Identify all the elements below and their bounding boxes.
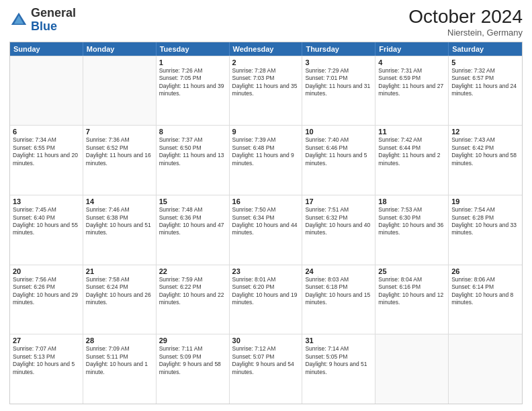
weekday-thursday: Thursday: [302, 42, 375, 56]
cal-cell-r1c6: 12Sunrise: 7:43 AM Sunset: 6:42 PM Dayli…: [449, 126, 522, 195]
day-number: 25: [378, 267, 445, 275]
day-number: 11: [378, 128, 445, 136]
cal-cell-r4c0: 27Sunrise: 7:07 AM Sunset: 5:13 PM Dayli…: [10, 334, 83, 404]
cal-cell-r4c1: 28Sunrise: 7:09 AM Sunset: 5:11 PM Dayli…: [83, 334, 157, 404]
cell-info: Sunrise: 7:42 AM Sunset: 6:44 PM Dayligh…: [378, 136, 445, 167]
cal-cell-r3c2: 22Sunrise: 7:59 AM Sunset: 6:22 PM Dayli…: [157, 265, 230, 334]
cal-cell-r0c6: 5Sunrise: 7:32 AM Sunset: 6:57 PM Daylig…: [449, 56, 522, 126]
day-number: 10: [305, 128, 372, 136]
cal-cell-r0c2: 1Sunrise: 7:26 AM Sunset: 7:05 PM Daylig…: [157, 56, 230, 126]
cal-cell-r2c4: 17Sunrise: 7:51 AM Sunset: 6:32 PM Dayli…: [302, 195, 375, 265]
day-number: 31: [305, 336, 372, 345]
day-number: 21: [86, 267, 153, 275]
calendar: Sunday Monday Tuesday Wednesday Thursday…: [9, 42, 523, 404]
subtitle: Nierstein, Germany: [408, 28, 523, 38]
cal-cell-r4c4: 31Sunrise: 7:14 AM Sunset: 5:05 PM Dayli…: [302, 334, 375, 404]
cal-row-2: 6Sunrise: 7:34 AM Sunset: 6:55 PM Daylig…: [10, 125, 522, 195]
cell-info: Sunrise: 7:40 AM Sunset: 6:46 PM Dayligh…: [305, 136, 372, 167]
day-number: 30: [232, 336, 300, 345]
cell-info: Sunrise: 7:50 AM Sunset: 6:34 PM Dayligh…: [232, 206, 300, 237]
day-number: 17: [305, 197, 372, 205]
day-number: 12: [451, 128, 519, 136]
day-number: 19: [451, 197, 519, 205]
cal-cell-r2c2: 15Sunrise: 7:48 AM Sunset: 6:36 PM Dayli…: [157, 195, 230, 265]
weekday-tuesday: Tuesday: [157, 42, 230, 56]
cell-info: Sunrise: 7:14 AM Sunset: 5:05 PM Dayligh…: [305, 345, 372, 376]
cell-info: Sunrise: 7:59 AM Sunset: 6:22 PM Dayligh…: [159, 276, 226, 307]
cal-cell-r1c0: 6Sunrise: 7:34 AM Sunset: 6:55 PM Daylig…: [10, 126, 83, 195]
cell-info: Sunrise: 7:37 AM Sunset: 6:50 PM Dayligh…: [159, 136, 226, 167]
cal-cell-r0c4: 3Sunrise: 7:29 AM Sunset: 7:01 PM Daylig…: [302, 56, 375, 126]
cal-row-4: 20Sunrise: 7:56 AM Sunset: 6:26 PM Dayli…: [10, 265, 522, 334]
cal-cell-r3c3: 23Sunrise: 8:01 AM Sunset: 6:20 PM Dayli…: [230, 265, 303, 334]
cal-row-5: 27Sunrise: 7:07 AM Sunset: 5:13 PM Dayli…: [10, 334, 522, 404]
day-number: 3: [305, 58, 372, 66]
cell-info: Sunrise: 7:28 AM Sunset: 7:03 PM Dayligh…: [232, 67, 300, 98]
calendar-header: Sunday Monday Tuesday Wednesday Thursday…: [10, 42, 522, 56]
cal-cell-r4c5: [375, 334, 449, 404]
day-number: 16: [232, 197, 300, 205]
day-number: 13: [13, 197, 80, 205]
cal-cell-r0c1: [83, 56, 157, 126]
cal-cell-r3c1: 21Sunrise: 7:58 AM Sunset: 6:24 PM Dayli…: [83, 265, 157, 334]
cal-cell-r0c3: 2Sunrise: 7:28 AM Sunset: 7:03 PM Daylig…: [230, 56, 303, 126]
cell-info: Sunrise: 7:26 AM Sunset: 7:05 PM Dayligh…: [159, 67, 226, 98]
cal-cell-r3c4: 24Sunrise: 8:03 AM Sunset: 6:18 PM Dayli…: [302, 265, 375, 334]
cal-cell-r0c0: [10, 56, 83, 126]
cal-cell-r2c1: 14Sunrise: 7:46 AM Sunset: 6:38 PM Dayli…: [83, 195, 157, 265]
header: General Blue October 2024 Nierstein, Ger…: [9, 7, 523, 38]
day-number: 14: [86, 197, 153, 205]
day-number: 1: [159, 58, 226, 66]
cell-info: Sunrise: 7:39 AM Sunset: 6:48 PM Dayligh…: [232, 136, 300, 167]
cell-info: Sunrise: 7:31 AM Sunset: 6:59 PM Dayligh…: [378, 67, 445, 98]
cell-info: Sunrise: 8:04 AM Sunset: 6:16 PM Dayligh…: [378, 276, 445, 307]
day-number: 27: [13, 336, 80, 345]
day-number: 9: [232, 128, 300, 136]
cal-cell-r3c0: 20Sunrise: 7:56 AM Sunset: 6:26 PM Dayli…: [10, 265, 83, 334]
cell-info: Sunrise: 7:46 AM Sunset: 6:38 PM Dayligh…: [86, 206, 153, 237]
weekday-friday: Friday: [375, 42, 449, 56]
weekday-wednesday: Wednesday: [230, 42, 303, 56]
month-title: October 2024: [408, 7, 523, 28]
day-number: 29: [159, 336, 226, 345]
day-number: 8: [159, 128, 226, 136]
cal-cell-r1c4: 10Sunrise: 7:40 AM Sunset: 6:46 PM Dayli…: [302, 126, 375, 195]
weekday-saturday: Saturday: [449, 42, 522, 56]
logo-general: General: [31, 6, 76, 19]
day-number: 28: [86, 336, 153, 345]
cal-cell-r1c1: 7Sunrise: 7:36 AM Sunset: 6:52 PM Daylig…: [83, 126, 157, 195]
day-number: 5: [451, 58, 519, 66]
cal-cell-r2c6: 19Sunrise: 7:54 AM Sunset: 6:28 PM Dayli…: [449, 195, 522, 265]
cell-info: Sunrise: 7:54 AM Sunset: 6:28 PM Dayligh…: [451, 206, 519, 237]
cal-cell-r1c2: 8Sunrise: 7:37 AM Sunset: 6:50 PM Daylig…: [157, 126, 230, 195]
cell-info: Sunrise: 7:36 AM Sunset: 6:52 PM Dayligh…: [86, 136, 153, 167]
day-number: 18: [378, 197, 445, 205]
day-number: 6: [13, 128, 80, 136]
cal-cell-r1c3: 9Sunrise: 7:39 AM Sunset: 6:48 PM Daylig…: [230, 126, 303, 195]
day-number: 22: [159, 267, 226, 275]
calendar-body: 1Sunrise: 7:26 AM Sunset: 7:05 PM Daylig…: [10, 56, 522, 404]
day-number: 4: [378, 58, 445, 66]
page: General Blue October 2024 Nierstein, Ger…: [0, 0, 532, 411]
cal-cell-r2c5: 18Sunrise: 7:53 AM Sunset: 6:30 PM Dayli…: [375, 195, 449, 265]
cell-info: Sunrise: 7:32 AM Sunset: 6:57 PM Dayligh…: [451, 67, 519, 98]
cell-info: Sunrise: 7:45 AM Sunset: 6:40 PM Dayligh…: [13, 206, 80, 237]
day-number: 2: [232, 58, 300, 66]
cal-cell-r2c0: 13Sunrise: 7:45 AM Sunset: 6:40 PM Dayli…: [10, 195, 83, 265]
cell-info: Sunrise: 7:07 AM Sunset: 5:13 PM Dayligh…: [13, 345, 80, 376]
day-number: 20: [13, 267, 80, 275]
logo-blue: Blue: [31, 19, 57, 33]
cell-info: Sunrise: 8:01 AM Sunset: 6:20 PM Dayligh…: [232, 276, 300, 307]
cell-info: Sunrise: 7:34 AM Sunset: 6:55 PM Dayligh…: [13, 136, 80, 167]
day-number: 26: [451, 267, 519, 275]
logo-text: General Blue: [31, 7, 76, 34]
weekday-monday: Monday: [83, 42, 157, 56]
cell-info: Sunrise: 7:11 AM Sunset: 5:09 PM Dayligh…: [159, 345, 226, 376]
cell-info: Sunrise: 7:58 AM Sunset: 6:24 PM Dayligh…: [86, 276, 153, 307]
cal-row-1: 1Sunrise: 7:26 AM Sunset: 7:05 PM Daylig…: [10, 56, 522, 126]
day-number: 24: [305, 267, 372, 275]
logo: General Blue: [9, 7, 76, 34]
cell-info: Sunrise: 7:56 AM Sunset: 6:26 PM Dayligh…: [13, 276, 80, 307]
day-number: 23: [232, 267, 300, 275]
cal-cell-r2c3: 16Sunrise: 7:50 AM Sunset: 6:34 PM Dayli…: [230, 195, 303, 265]
